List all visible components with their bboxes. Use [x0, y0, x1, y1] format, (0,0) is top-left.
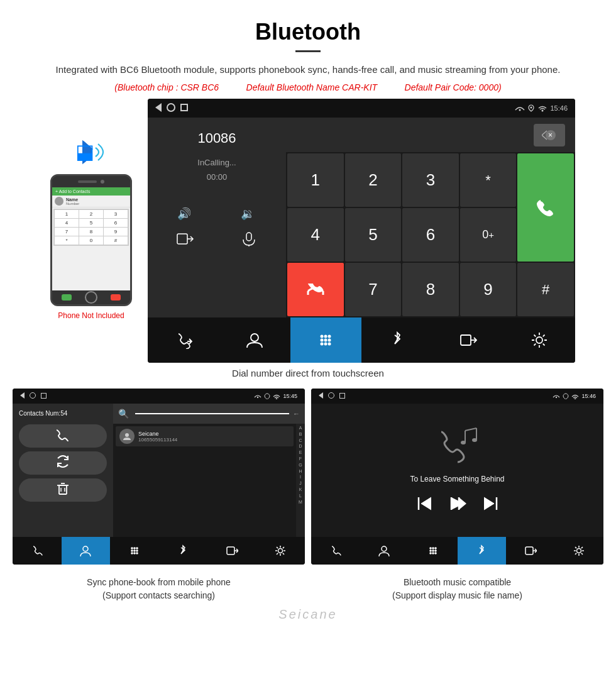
music-status-right: 15:46 [553, 393, 596, 399]
nav-dialpad[interactable] [290, 317, 361, 363]
watermark: Seicane [0, 602, 616, 627]
num-key-7[interactable]: 7 [345, 263, 402, 316]
contacts-nav-dialpad[interactable] [110, 537, 159, 565]
svg-point-37 [131, 547, 133, 549]
svg-point-69 [432, 552, 434, 554]
contacts-status-left [20, 392, 47, 400]
music-screen-wrap: 15:46 To [311, 389, 603, 565]
delete-contact-button[interactable] [19, 478, 107, 502]
contacts-nav-settings[interactable] [256, 537, 305, 565]
bottom-screens: 15:45 Contacts Num:54 [0, 389, 616, 565]
phone-speaker [78, 180, 97, 183]
music-status-left [319, 392, 345, 400]
music-home-icon[interactable] [328, 392, 334, 400]
phone-key-4: 4 [55, 219, 79, 227]
play-pause-button[interactable] [449, 495, 466, 516]
contacts-recents-icon[interactable] [41, 393, 47, 400]
num-key-1[interactable]: 1 [287, 153, 344, 207]
status-bar-right: 15:46 [515, 104, 568, 112]
num-key-2[interactable]: 2 [345, 153, 402, 207]
search-icon: 🔍 [118, 409, 129, 419]
svg-point-22 [321, 343, 324, 346]
num-key-8[interactable]: 8 [402, 263, 459, 316]
num-key-3[interactable]: 3 [402, 153, 459, 207]
end-call-button[interactable] [287, 263, 344, 316]
num-key-5[interactable]: 5 [345, 208, 402, 262]
svg-point-40 [131, 549, 133, 552]
phone-screen-label: + Add to Contacts [55, 189, 90, 194]
svg-point-64 [434, 547, 437, 549]
svg-text:×: × [548, 131, 553, 140]
phone-contact-text: Name Number [66, 197, 79, 206]
num-key-6[interactable]: 6 [402, 208, 459, 262]
nav-bluetooth[interactable] [361, 317, 432, 363]
svg-point-20 [324, 339, 327, 342]
volume-down-button[interactable]: 🔉 [221, 206, 277, 224]
contact-number: 10655059113144 [138, 437, 177, 443]
phone-signal-icon [515, 104, 525, 112]
phone-key-5: 5 [79, 219, 103, 227]
num-key-9[interactable]: 9 [460, 263, 517, 316]
contacts-nav-bluetooth[interactable] [159, 537, 208, 565]
svg-point-66 [432, 549, 434, 552]
svg-point-24 [328, 343, 331, 346]
nav-contacts[interactable] [219, 317, 290, 363]
svg-text:🔊: 🔊 [177, 207, 192, 221]
music-recents-icon[interactable] [339, 393, 345, 400]
next-track-button[interactable] [481, 495, 499, 516]
phone-key-2: 2 [79, 210, 103, 218]
transfer-phone-button[interactable] [157, 231, 213, 250]
music-time: 15:46 [581, 393, 596, 399]
phone-contact-row: Name Number [52, 196, 130, 207]
phone-key-1: 1 [55, 210, 79, 218]
music-android-screen: 15:46 To [311, 389, 603, 565]
bluetooth-symbol-icon: ⬓ [75, 140, 94, 163]
nav-settings[interactable] [504, 317, 575, 363]
phone-key-7: 7 [55, 228, 79, 236]
music-nav-phone[interactable] [311, 537, 360, 565]
svg-point-36 [83, 546, 88, 551]
num-key-0plus[interactable]: 0+ [460, 208, 517, 262]
svg-point-54 [461, 441, 466, 444]
contacts-back-icon[interactable] [20, 392, 25, 400]
nav-transfer2[interactable] [432, 317, 503, 363]
music-nav-dialpad[interactable] [409, 537, 458, 565]
svg-point-67 [434, 549, 437, 552]
contact-items-list: Seicane 10655059113144 [113, 424, 296, 537]
call-contact-button[interactable] [19, 424, 107, 448]
svg-point-45 [136, 552, 138, 554]
num-key-4[interactable]: 4 [287, 208, 344, 262]
music-nav-contacts[interactable] [360, 537, 409, 565]
call-green-button[interactable] [517, 153, 574, 262]
music-nav-bar [311, 537, 603, 565]
nav-phone-transfer[interactable] [148, 317, 219, 363]
svg-rect-30 [59, 485, 67, 494]
contact-item[interactable]: Seicane 10655059113144 [116, 426, 294, 446]
contacts-nav-phone[interactable] [13, 537, 62, 565]
status-bar-left [155, 103, 188, 114]
music-location-icon [563, 393, 569, 399]
svg-point-48 [278, 549, 283, 553]
phone-keypad: 1 2 3 4 5 6 7 8 9 * 0 # [53, 209, 129, 246]
search-backspace-icon[interactable]: ← [293, 410, 300, 417]
music-status-bar: 15:46 [311, 389, 603, 404]
sync-contacts-button[interactable] [19, 451, 107, 475]
music-nav-bluetooth[interactable] [458, 537, 507, 565]
contact-name: Seicane [138, 431, 177, 437]
music-nav-transfer[interactable] [506, 537, 555, 565]
home-icon[interactable] [167, 103, 175, 114]
recents-icon[interactable] [180, 104, 188, 113]
backspace-button[interactable]: × [534, 124, 565, 146]
volume-up-button[interactable]: 🔊 [157, 206, 213, 224]
prev-track-button[interactable] [416, 495, 434, 516]
num-key-hash[interactable]: # [517, 263, 574, 316]
contacts-home-icon[interactable] [30, 392, 36, 400]
num-key-star[interactable]: * [460, 153, 517, 207]
contacts-nav-transfer[interactable] [207, 537, 256, 565]
music-nav-settings[interactable] [555, 537, 604, 565]
mute-microphone-button[interactable] [221, 231, 277, 250]
music-back-icon[interactable] [319, 392, 323, 400]
back-icon[interactable] [155, 103, 162, 114]
contacts-time: 15:45 [283, 393, 297, 399]
contacts-nav-contacts[interactable] [62, 537, 111, 565]
